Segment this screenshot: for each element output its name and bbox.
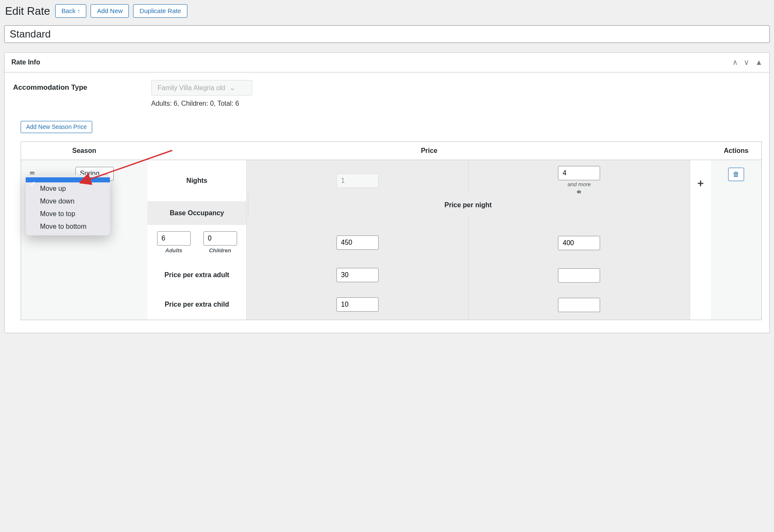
- add-new-season-price-button[interactable]: Add New Season Price: [21, 121, 92, 133]
- price-column-1: Price per night: [246, 160, 468, 320]
- accommodation-type-value: Family Villa Alegria old: [157, 84, 225, 92]
- accommodation-meta: Adults: 6, Children: 0, Total: 6: [151, 100, 762, 107]
- reorder-dropdown[interactable]: Move up Move down Move to top Move to bo…: [26, 175, 110, 235]
- trash-icon: 🗑: [733, 171, 739, 178]
- dropdown-item-move-to-bottom[interactable]: Move to bottom: [26, 220, 110, 233]
- season-table-header: Season Price Actions: [21, 142, 761, 160]
- panel-toggle-icon[interactable]: ▲: [755, 58, 763, 67]
- price-per-night-input-1[interactable]: [336, 235, 379, 250]
- price-per-night-input-2[interactable]: [558, 236, 600, 250]
- dropdown-item-move-to-top[interactable]: Move to top: [26, 208, 110, 220]
- base-occupancy-label: Base Occupancy: [147, 201, 246, 225]
- rate-title-input[interactable]: [4, 25, 770, 43]
- accommodation-type-label: Accommodation Type: [13, 80, 139, 92]
- panel-title: Rate Info: [11, 59, 40, 66]
- page-header: Edit Rate Back ↑ Add New Duplicate Rate: [4, 3, 770, 25]
- and-more-label: and more: [568, 181, 591, 187]
- dropdown-item-blank[interactable]: [26, 177, 110, 182]
- price-per-extra-child-label: Price per extra child: [147, 290, 246, 319]
- back-button[interactable]: Back ↑: [55, 4, 87, 18]
- panel-header: Rate Info ∧ ∨ ▲: [5, 53, 769, 72]
- nights-input-1: [336, 174, 379, 188]
- panel-collapse-down-icon[interactable]: ∨: [744, 58, 749, 67]
- price-column-2: and more 🗑: [468, 160, 690, 320]
- adults-sublabel: Adults: [165, 247, 182, 254]
- extra-child-price-input-2[interactable]: [558, 298, 600, 312]
- duplicate-rate-button[interactable]: Duplicate Rate: [133, 4, 187, 18]
- extra-adult-price-input-2[interactable]: [558, 268, 600, 283]
- add-new-button[interactable]: Add New: [91, 4, 129, 18]
- accommodation-type-row: Accommodation Type Family Villa Alegria …: [12, 80, 762, 107]
- base-children-input[interactable]: [203, 231, 237, 246]
- page-title: Edit Rate: [5, 5, 50, 18]
- extra-adult-price-input-1[interactable]: [336, 268, 379, 282]
- rate-info-panel: Rate Info ∧ ∨ ▲ Accommodation Type Famil…: [4, 52, 770, 333]
- arrow-up-icon: ↑: [77, 8, 80, 14]
- children-sublabel: Children: [209, 247, 231, 254]
- nights-input-2[interactable]: [558, 166, 600, 180]
- col-header-price: Price: [147, 142, 711, 160]
- col-header-season: Season: [21, 142, 147, 160]
- base-adults-input[interactable]: [157, 231, 191, 246]
- col-header-actions: Actions: [711, 142, 761, 160]
- delete-season-row-button[interactable]: 🗑: [728, 168, 744, 181]
- accommodation-type-select: Family Villa Alegria old ⌄: [151, 80, 252, 96]
- add-price-column-button[interactable]: +: [697, 177, 704, 190]
- delete-column-icon[interactable]: 🗑: [576, 189, 582, 196]
- dropdown-item-move-up[interactable]: Move up: [26, 182, 110, 195]
- season-price-table: Season Price Actions ≡ Spring ⌄: [21, 142, 762, 320]
- panel-collapse-up-icon[interactable]: ∧: [732, 58, 738, 67]
- extra-child-price-input-1[interactable]: [336, 297, 379, 312]
- season-row: ≡ Spring ⌄ Nights Base Oc: [21, 160, 761, 320]
- chevron-down-icon: ⌄: [230, 84, 235, 92]
- nights-label: Nights: [147, 160, 246, 201]
- dropdown-item-move-down[interactable]: Move down: [26, 195, 110, 208]
- price-per-extra-adult-label: Price per extra adult: [147, 260, 246, 290]
